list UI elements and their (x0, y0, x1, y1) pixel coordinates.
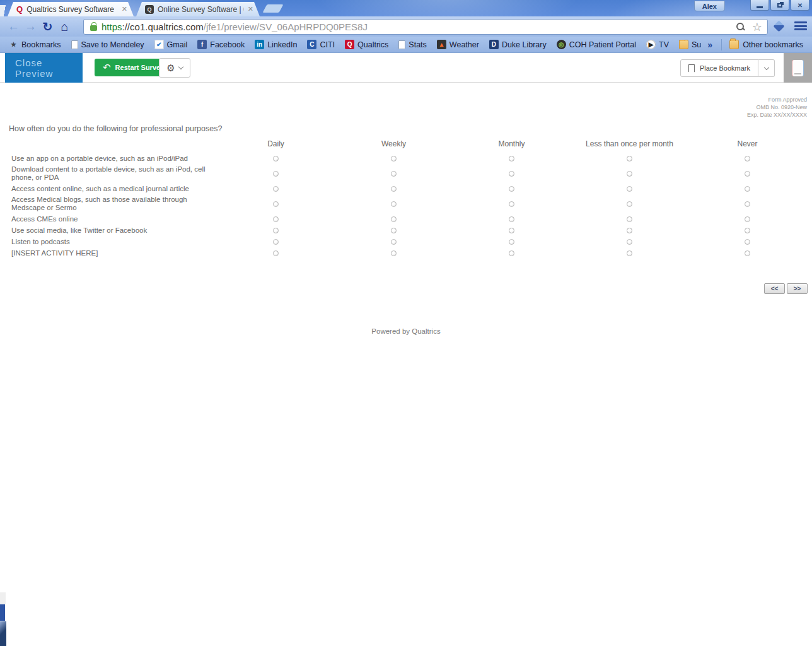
radio-row5-weekly[interactable] (391, 216, 397, 222)
radio-row1-daily[interactable] (273, 156, 279, 162)
chrome-menu-icon[interactable] (794, 21, 807, 32)
radio-row4-less-than-once-per-month[interactable] (627, 201, 632, 207)
radio-row2-monthly[interactable] (509, 171, 514, 177)
bookmarks-overflow-icon[interactable]: » (701, 40, 719, 50)
radio-row6-never[interactable] (745, 228, 750, 233)
bookmark-coh-patient-portal[interactable]: ◎COH Patient Portal (552, 40, 641, 49)
radio-row5-monthly[interactable] (509, 216, 514, 222)
column-header-never: Never (688, 139, 806, 148)
radio-row7-monthly[interactable] (509, 239, 514, 245)
bookmark-tv[interactable]: ▶TV (641, 40, 674, 49)
bookmark-linkedin[interactable]: inLinkedIn (250, 40, 302, 49)
zoom-icon[interactable] (736, 22, 746, 32)
bookmark-save-to-mendeley[interactable]: Save to Mendeley (66, 40, 149, 49)
bookmark-qualtrics[interactable]: QQualtrics (340, 40, 393, 49)
reload-icon[interactable]: ↻ (39, 20, 56, 34)
bookmark-gmail[interactable]: ✔Gmail (149, 40, 193, 49)
radio-row7-daily[interactable] (273, 239, 279, 245)
radio-row6-weekly[interactable] (391, 228, 397, 233)
bookmark-label: CITI (320, 40, 335, 49)
tab-online-survey-software[interactable]: Q Online Survey Software | C ✕ (136, 2, 260, 16)
duke-library-icon: D (489, 40, 499, 49)
radio-row2-daily[interactable] (273, 171, 279, 177)
bookmark-label: Bookmarks (21, 40, 61, 49)
radio-row7-never[interactable] (745, 239, 750, 245)
radio-row8-daily[interactable] (273, 250, 279, 256)
radio-row3-never[interactable] (745, 186, 750, 192)
radio-row3-weekly[interactable] (391, 186, 397, 192)
bookmark-bookmarks[interactable]: ★Bookmarks (4, 40, 66, 49)
bookmark-label: COH Patient Portal (569, 40, 636, 49)
place-bookmark-dropdown[interactable] (758, 59, 775, 77)
browser-profile-button[interactable]: Alex (694, 1, 725, 11)
radio-row1-weekly[interactable] (391, 156, 397, 162)
tab-close-icon[interactable]: ✕ (248, 5, 253, 13)
minimize-button[interactable] (750, 0, 769, 11)
back-icon[interactable]: ← (5, 20, 22, 33)
radio-row1-less-than-once-per-month[interactable] (627, 156, 632, 162)
close-button[interactable]: ✕ (791, 0, 809, 11)
radio-row6-less-than-once-per-month[interactable] (627, 228, 632, 233)
matrix-header-row: DailyWeeklyMonthlyLess than once per mon… (9, 138, 807, 150)
radio-row5-never[interactable] (745, 216, 750, 222)
bookmark-facebook[interactable]: fFacebook (192, 40, 250, 49)
url-text[interactable]: https://co1.qualtrics.com/jfe1/preview/S… (102, 21, 736, 32)
bookmark-label: Duke Library (502, 40, 547, 49)
bookmark-star-icon[interactable]: ☆ (752, 22, 762, 32)
bookmark-stats[interactable]: Stats (393, 40, 432, 49)
tab-qualtrics-survey-software[interactable]: Q Qualtrics Survey Software ✕ (8, 2, 134, 16)
forward-icon[interactable]: → (22, 20, 39, 33)
radio-row4-never[interactable] (745, 201, 750, 207)
row-label: Download content to a portable device, s… (9, 164, 217, 183)
place-bookmark-button[interactable]: Place Bookmark (680, 59, 758, 77)
home-icon[interactable]: ⌂ (56, 20, 73, 34)
radio-row8-monthly[interactable] (509, 250, 514, 256)
secure-lock-icon[interactable] (90, 25, 97, 31)
radio-row8-never[interactable] (745, 250, 750, 256)
radio-row5-less-than-once-per-month[interactable] (627, 216, 632, 222)
close-preview-button[interactable]: Close Preview (5, 53, 83, 83)
row-label: Use social media, like Twitter or Facebo… (9, 225, 217, 236)
matrix-row: Access content online, such as a medical… (9, 183, 807, 194)
radio-row5-daily[interactable] (273, 216, 279, 222)
radio-row3-monthly[interactable] (509, 186, 514, 192)
radio-row8-less-than-once-per-month[interactable] (627, 250, 632, 256)
bookmarks-separator (721, 39, 722, 50)
radio-row4-monthly[interactable] (509, 201, 514, 207)
radio-row7-weekly[interactable] (391, 239, 397, 245)
gmail-icon: ✔ (154, 40, 164, 49)
previous-page-button[interactable]: << (764, 283, 785, 294)
next-page-button[interactable]: >> (787, 283, 808, 294)
radio-row6-daily[interactable] (273, 228, 279, 233)
radio-row2-weekly[interactable] (391, 171, 397, 177)
bookmark-weather[interactable]: ▲Weather (432, 40, 484, 49)
play-icon: ▶ (646, 40, 656, 49)
bookmark-duke-library[interactable]: DDuke Library (484, 40, 552, 49)
preview-options-button[interactable]: ⚙ (159, 58, 190, 78)
tab-close-icon[interactable]: ✕ (122, 5, 127, 13)
radio-row2-less-than-once-per-month[interactable] (627, 171, 632, 177)
restore-button[interactable] (770, 0, 789, 11)
radio-row3-daily[interactable] (273, 186, 279, 192)
radio-row2-never[interactable] (745, 171, 750, 177)
bookmark-surveys[interactable]: Surveys (674, 40, 701, 49)
radio-row7-less-than-once-per-month[interactable] (627, 239, 632, 245)
radio-row8-weekly[interactable] (391, 250, 397, 256)
mobile-preview-toggle[interactable] (784, 53, 812, 83)
radio-row1-never[interactable] (745, 156, 750, 162)
folder-icon (729, 40, 739, 49)
extension-icon[interactable] (773, 20, 784, 32)
address-bar[interactable]: https://co1.qualtrics.com/jfe1/preview/S… (83, 19, 768, 35)
bookmark-label: Qualtrics (357, 40, 388, 49)
column-header-monthly: Monthly (453, 139, 571, 148)
new-tab-button[interactable] (263, 4, 284, 13)
bookmark-citi[interactable]: CCITI (302, 40, 340, 49)
radio-row3-less-than-once-per-month[interactable] (627, 186, 632, 192)
radio-row4-weekly[interactable] (391, 201, 397, 207)
matrix-row: Download content to a portable device, s… (9, 164, 807, 183)
radio-row4-daily[interactable] (273, 201, 279, 207)
radio-row1-monthly[interactable] (509, 156, 514, 162)
citi-icon: C (307, 40, 316, 49)
other-bookmarks-button[interactable]: Other bookmarks (724, 40, 808, 49)
radio-row6-monthly[interactable] (509, 228, 514, 233)
